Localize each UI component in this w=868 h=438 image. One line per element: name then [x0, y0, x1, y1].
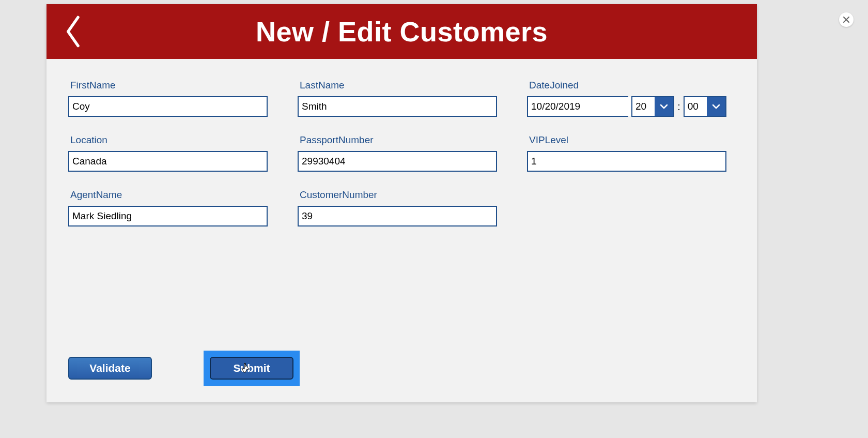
page-title: New / Edit Customers — [256, 16, 548, 48]
label-passportnumber: PassportNumber — [298, 134, 497, 146]
datejoined-row: 20 : 00 — [527, 96, 726, 117]
input-passportnumber[interactable] — [298, 151, 497, 172]
label-location: Location — [68, 134, 268, 146]
chevron-down-icon — [659, 102, 669, 111]
field-agentname: AgentName — [68, 189, 268, 226]
field-viplevel: VIPLevel — [527, 134, 726, 172]
submit-focus-ring: Submit — [204, 351, 300, 386]
date-input-wrap — [527, 96, 628, 117]
hour-value: 20 — [632, 97, 655, 116]
hour-dropdown-button[interactable] — [655, 97, 673, 116]
field-passportnumber: PassportNumber — [298, 134, 497, 172]
form-grid: FirstName LastName DateJoined — [68, 80, 735, 226]
back-button[interactable] — [62, 13, 83, 50]
button-row: Validate Submit — [68, 351, 300, 386]
chevron-down-icon — [711, 102, 721, 111]
input-location[interactable] — [68, 151, 268, 172]
input-viplevel[interactable] — [527, 151, 726, 172]
label-agentname: AgentName — [68, 189, 268, 201]
field-datejoined: DateJoined 20 — [527, 80, 726, 117]
input-agentname[interactable] — [68, 206, 268, 226]
field-lastname: LastName — [298, 80, 497, 117]
input-firstname[interactable] — [68, 96, 268, 117]
label-datejoined: DateJoined — [527, 80, 726, 91]
input-customernumber[interactable] — [298, 206, 497, 226]
close-button[interactable] — [839, 12, 854, 27]
chevron-left-icon — [64, 14, 81, 49]
label-firstname: FirstName — [68, 80, 268, 91]
minute-dropdown-button[interactable] — [707, 97, 725, 116]
form-body: FirstName LastName DateJoined — [47, 59, 757, 226]
field-firstname: FirstName — [68, 80, 268, 117]
submit-button[interactable]: Submit — [210, 357, 293, 380]
validate-button[interactable]: Validate — [68, 357, 152, 380]
label-viplevel: VIPLevel — [527, 134, 726, 146]
minute-value: 00 — [685, 97, 707, 116]
input-lastname[interactable] — [298, 96, 497, 117]
time-separator: : — [677, 101, 680, 113]
hour-select[interactable]: 20 — [631, 96, 674, 117]
field-customernumber: CustomerNumber — [298, 189, 497, 226]
minute-select[interactable]: 00 — [684, 96, 726, 117]
label-lastname: LastName — [298, 80, 497, 91]
form-header: New / Edit Customers — [47, 4, 757, 59]
label-customernumber: CustomerNumber — [298, 189, 497, 201]
close-icon — [843, 17, 849, 23]
field-location: Location — [68, 134, 268, 172]
